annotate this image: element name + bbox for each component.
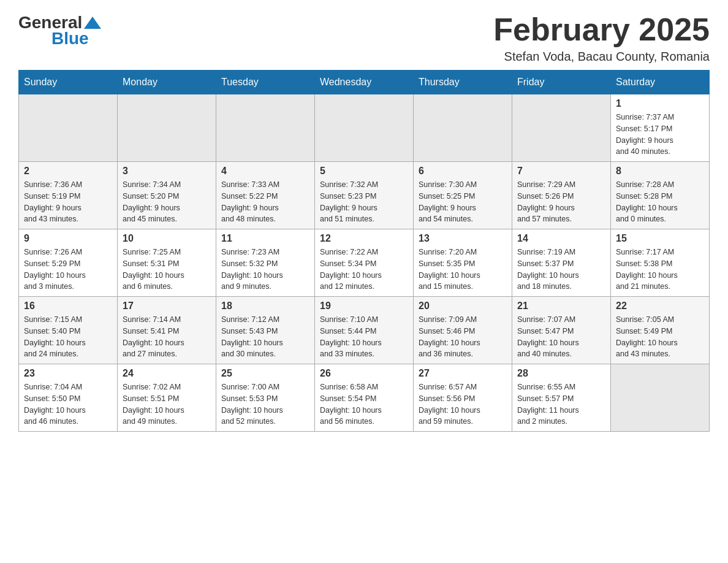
day-info: Sunrise: 6:57 AMSunset: 5:56 PMDaylight:…	[419, 381, 507, 427]
calendar-cell: 5Sunrise: 7:32 AMSunset: 5:23 PMDaylight…	[315, 162, 414, 229]
calendar-subtitle: Stefan Voda, Bacau County, Romania	[493, 50, 710, 64]
calendar-cell: 15Sunrise: 7:17 AMSunset: 5:38 PMDayligh…	[611, 229, 710, 297]
day-info: Sunrise: 7:32 AMSunset: 5:23 PMDaylight:…	[320, 179, 408, 225]
header-friday: Friday	[512, 71, 611, 94]
day-number: 8	[616, 166, 704, 177]
day-number: 18	[221, 301, 309, 312]
header-monday: Monday	[118, 71, 216, 94]
day-info: Sunrise: 7:20 AMSunset: 5:35 PMDaylight:…	[419, 247, 507, 293]
calendar-cell: 10Sunrise: 7:25 AMSunset: 5:31 PMDayligh…	[118, 229, 216, 297]
day-number: 16	[24, 301, 112, 312]
day-info: Sunrise: 7:33 AMSunset: 5:22 PMDaylight:…	[221, 179, 309, 225]
calendar-cell: 25Sunrise: 7:00 AMSunset: 5:53 PMDayligh…	[216, 364, 315, 432]
calendar-cell: 7Sunrise: 7:29 AMSunset: 5:26 PMDaylight…	[512, 162, 611, 229]
day-info: Sunrise: 7:15 AMSunset: 5:40 PMDaylight:…	[24, 314, 112, 360]
calendar-cell: 16Sunrise: 7:15 AMSunset: 5:40 PMDayligh…	[19, 297, 118, 364]
calendar-cell	[414, 94, 512, 162]
calendar-cell	[118, 94, 216, 162]
calendar-cell: 26Sunrise: 6:58 AMSunset: 5:54 PMDayligh…	[315, 364, 414, 432]
calendar-cell: 24Sunrise: 7:02 AMSunset: 5:51 PMDayligh…	[118, 364, 216, 432]
calendar-cell: 2Sunrise: 7:36 AMSunset: 5:19 PMDaylight…	[19, 162, 118, 229]
day-info: Sunrise: 7:25 AMSunset: 5:31 PMDaylight:…	[123, 247, 211, 293]
calendar-cell	[611, 364, 710, 432]
calendar-cell: 12Sunrise: 7:22 AMSunset: 5:34 PMDayligh…	[315, 229, 414, 297]
day-number: 11	[221, 233, 309, 244]
day-info: Sunrise: 6:55 AMSunset: 5:57 PMDaylight:…	[517, 381, 605, 427]
day-number: 14	[517, 233, 605, 244]
calendar-cell: 9Sunrise: 7:26 AMSunset: 5:29 PMDaylight…	[19, 229, 118, 297]
calendar-week-row: 16Sunrise: 7:15 AMSunset: 5:40 PMDayligh…	[19, 297, 710, 364]
calendar-week-row: 23Sunrise: 7:04 AMSunset: 5:50 PMDayligh…	[19, 364, 710, 432]
calendar-cell	[315, 94, 414, 162]
day-info: Sunrise: 7:07 AMSunset: 5:47 PMDaylight:…	[517, 314, 605, 360]
day-number: 25	[221, 368, 309, 379]
header-wednesday: Wednesday	[315, 71, 414, 94]
day-info: Sunrise: 7:29 AMSunset: 5:26 PMDaylight:…	[517, 179, 605, 225]
day-number: 22	[616, 301, 704, 312]
calendar-table: SundayMondayTuesdayWednesdayThursdayFrid…	[18, 70, 710, 432]
calendar-cell: 28Sunrise: 6:55 AMSunset: 5:57 PMDayligh…	[512, 364, 611, 432]
logo: General Blue	[18, 12, 101, 48]
day-info: Sunrise: 7:14 AMSunset: 5:41 PMDaylight:…	[123, 314, 211, 360]
calendar-cell: 20Sunrise: 7:09 AMSunset: 5:46 PMDayligh…	[414, 297, 512, 364]
day-number: 23	[24, 368, 112, 379]
header-saturday: Saturday	[611, 71, 710, 94]
day-number: 12	[320, 233, 408, 244]
day-number: 1	[616, 98, 704, 109]
day-number: 9	[24, 233, 112, 244]
day-number: 7	[517, 166, 605, 177]
calendar-cell: 13Sunrise: 7:20 AMSunset: 5:35 PMDayligh…	[414, 229, 512, 297]
day-number: 13	[419, 233, 507, 244]
day-number: 17	[123, 301, 211, 312]
day-number: 28	[517, 368, 605, 379]
calendar-cell: 27Sunrise: 6:57 AMSunset: 5:56 PMDayligh…	[414, 364, 512, 432]
day-info: Sunrise: 7:34 AMSunset: 5:20 PMDaylight:…	[123, 179, 211, 225]
header-sunday: Sunday	[19, 71, 118, 94]
day-number: 24	[123, 368, 211, 379]
calendar-week-row: 2Sunrise: 7:36 AMSunset: 5:19 PMDaylight…	[19, 162, 710, 229]
day-number: 15	[616, 233, 704, 244]
header: General Blue February 2025 Stefan Voda, …	[18, 12, 710, 64]
calendar-cell: 17Sunrise: 7:14 AMSunset: 5:41 PMDayligh…	[118, 297, 216, 364]
logo-triangle-icon	[84, 15, 101, 30]
day-number: 20	[419, 301, 507, 312]
day-info: Sunrise: 7:37 AMSunset: 5:17 PMDaylight:…	[616, 112, 704, 158]
svg-marker-0	[84, 17, 101, 29]
calendar-cell	[512, 94, 611, 162]
day-info: Sunrise: 7:22 AMSunset: 5:34 PMDaylight:…	[320, 247, 408, 293]
day-info: Sunrise: 7:30 AMSunset: 5:25 PMDaylight:…	[419, 179, 507, 225]
calendar-cell: 4Sunrise: 7:33 AMSunset: 5:22 PMDaylight…	[216, 162, 315, 229]
calendar-cell: 23Sunrise: 7:04 AMSunset: 5:50 PMDayligh…	[19, 364, 118, 432]
day-info: Sunrise: 7:02 AMSunset: 5:51 PMDaylight:…	[123, 381, 211, 427]
day-number: 5	[320, 166, 408, 177]
calendar-cell: 21Sunrise: 7:07 AMSunset: 5:47 PMDayligh…	[512, 297, 611, 364]
day-info: Sunrise: 7:00 AMSunset: 5:53 PMDaylight:…	[221, 381, 309, 427]
calendar-cell: 1Sunrise: 7:37 AMSunset: 5:17 PMDaylight…	[611, 94, 710, 162]
calendar-cell: 22Sunrise: 7:05 AMSunset: 5:49 PMDayligh…	[611, 297, 710, 364]
header-tuesday: Tuesday	[216, 71, 315, 94]
day-number: 26	[320, 368, 408, 379]
day-info: Sunrise: 7:23 AMSunset: 5:32 PMDaylight:…	[221, 247, 309, 293]
day-number: 10	[123, 233, 211, 244]
day-info: Sunrise: 7:04 AMSunset: 5:50 PMDaylight:…	[24, 381, 112, 427]
day-number: 6	[419, 166, 507, 177]
day-number: 4	[221, 166, 309, 177]
calendar-week-row: 9Sunrise: 7:26 AMSunset: 5:29 PMDaylight…	[19, 229, 710, 297]
calendar-title: February 2025	[493, 12, 710, 47]
calendar-cell: 19Sunrise: 7:10 AMSunset: 5:44 PMDayligh…	[315, 297, 414, 364]
title-block: February 2025 Stefan Voda, Bacau County,…	[493, 12, 710, 64]
calendar-cell	[19, 94, 118, 162]
day-number: 2	[24, 166, 112, 177]
calendar-cell: 14Sunrise: 7:19 AMSunset: 5:37 PMDayligh…	[512, 229, 611, 297]
day-info: Sunrise: 7:28 AMSunset: 5:28 PMDaylight:…	[616, 179, 704, 225]
day-info: Sunrise: 7:12 AMSunset: 5:43 PMDaylight:…	[221, 314, 309, 360]
day-info: Sunrise: 7:17 AMSunset: 5:38 PMDaylight:…	[616, 247, 704, 293]
calendar-cell: 11Sunrise: 7:23 AMSunset: 5:32 PMDayligh…	[216, 229, 315, 297]
day-number: 21	[517, 301, 605, 312]
day-info: Sunrise: 7:09 AMSunset: 5:46 PMDaylight:…	[419, 314, 507, 360]
day-number: 27	[419, 368, 507, 379]
calendar-cell	[216, 94, 315, 162]
day-number: 19	[320, 301, 408, 312]
logo-blue-text: Blue	[51, 29, 89, 48]
calendar-header-row: SundayMondayTuesdayWednesdayThursdayFrid…	[19, 71, 710, 94]
